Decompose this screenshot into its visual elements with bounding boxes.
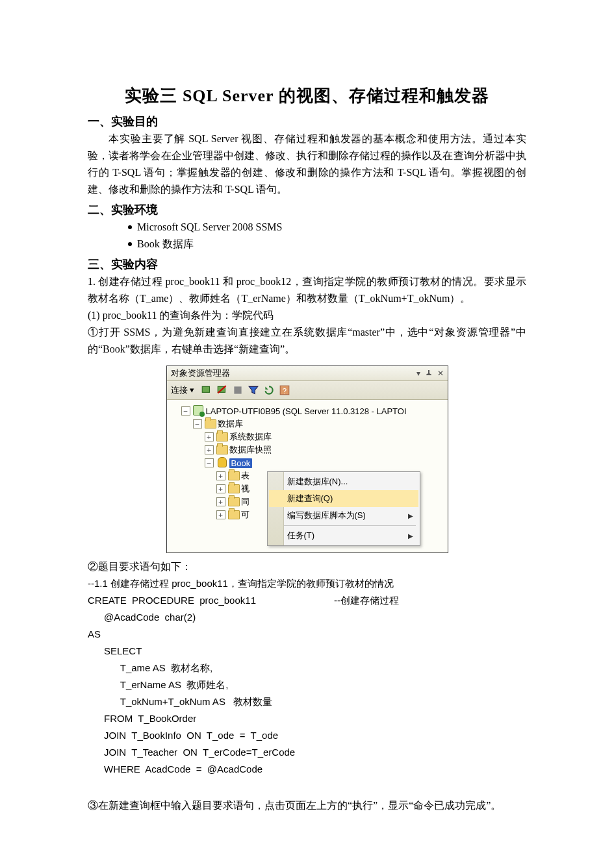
bullet-icon xyxy=(128,242,132,246)
context-menu-label: 新建查询(Q) xyxy=(287,493,333,504)
system-databases-node[interactable]: + 系统数据库 xyxy=(205,431,445,443)
database-icon xyxy=(218,457,227,467)
context-menu-label: 新建数据库(N)... xyxy=(287,476,348,488)
collapse-icon[interactable]: − xyxy=(205,458,214,467)
chevron-right-icon: ▶ xyxy=(408,512,413,519)
context-menu: 新建数据库(N)... 新建查询(Q) 编写数据库脚本为(S) ▶ 任务(T) … xyxy=(267,471,420,546)
snapshot-label: 数据库快照 xyxy=(229,444,272,456)
post-shot-p2: ③在新建查询框中输入题目要求语句，点击页面左上方的“执行”，显示“命令已成功完成… xyxy=(88,797,526,814)
context-menu-item-script-as[interactable]: 编写数据库脚本为(S) ▶ xyxy=(269,507,418,524)
section-3-p3: ①打开 SSMS，为避免新建查询直接建立在系统数据库“master”中，选中“对… xyxy=(88,324,526,358)
object-explorer-tree: − LAPTOP-UTFI0B95 (SQL Server 11.0.3128 … xyxy=(167,400,448,552)
code-line: @AcadCode char(2) xyxy=(88,609,526,626)
section-3-p1: 1. 创建存储过程 proc_book11 和 proc_book12，查询指定… xyxy=(88,273,526,307)
book-database-node[interactable]: − Book xyxy=(205,457,445,469)
code-line: --1.1 创建存储过程 proc_book11，查询指定学院的教师预订教材的情… xyxy=(88,575,526,592)
section-3-heading: 三、实验内容 xyxy=(88,256,526,272)
svg-rect-0 xyxy=(202,386,209,392)
databases-label: 数据库 xyxy=(218,418,243,430)
server-label: LAPTOP-UTFI0B95 (SQL Server 11.0.3128 - … xyxy=(206,406,407,416)
filter-icon[interactable] xyxy=(248,384,259,396)
book-database-label: Book xyxy=(229,458,253,468)
context-menu-item-new-database[interactable]: 新建数据库(N)... xyxy=(269,473,418,490)
help-icon[interactable]: ? xyxy=(279,384,290,396)
dropdown-icon[interactable]: ▾ xyxy=(416,369,420,378)
env-item: Book 数据库 xyxy=(128,236,526,253)
env-item: Microsoft SQL Server 2008 SSMS xyxy=(128,219,526,236)
object-explorer-toolbar: 连接 ▾ ? xyxy=(167,381,448,400)
svg-text:?: ? xyxy=(283,387,287,395)
databases-node[interactable]: − 数据库 xyxy=(193,418,445,430)
collapse-icon[interactable]: − xyxy=(193,419,202,428)
context-menu-label: 任务(T) xyxy=(287,530,315,541)
context-menu-label: 编写数据库脚本为(S) xyxy=(287,510,366,521)
snapshot-node[interactable]: + 数据库快照 xyxy=(205,444,445,456)
server-node[interactable]: − LAPTOP-UTFI0B95 (SQL Server 11.0.3128 … xyxy=(181,405,445,417)
env-item-label: Microsoft SQL Server 2008 SSMS xyxy=(137,219,282,236)
code-line: JOIN T_BookInfo ON T_ode = T_ode xyxy=(88,727,526,744)
folder-icon xyxy=(216,432,228,441)
close-icon[interactable]: ✕ xyxy=(437,369,444,378)
object-explorer-titlebar: 对象资源管理器 ▾ ✕ xyxy=(167,366,448,381)
chevron-right-icon: ▶ xyxy=(408,532,413,539)
code-line: JOIN T_Teacher ON T_erCode=T_erCode xyxy=(88,744,526,761)
stop-icon[interactable] xyxy=(232,384,244,396)
code-line: CREATE PROCEDURE proc_book11--创建存储过程 xyxy=(88,592,526,609)
code-line: SELECT xyxy=(88,643,526,660)
page-title: 实验三 SQL Server 的视图、存储过程和触发器 xyxy=(88,84,526,107)
section-2-heading: 二、实验环境 xyxy=(88,202,526,217)
section-3-p2: (1) proc_book11 的查询条件为：学院代码 xyxy=(88,307,526,324)
post-shot-p1: ②题目要求语句如下： xyxy=(88,558,526,575)
ssms-screenshot: 对象资源管理器 ▾ ✕ 连接 ▾ ? − LAPTOP-U xyxy=(166,366,448,553)
expand-icon[interactable]: + xyxy=(205,432,214,441)
document-page: 实验三 SQL Server 的视图、存储过程和触发器 一、实验目的 本实验主要… xyxy=(0,0,614,868)
section-1-heading: 一、实验目的 xyxy=(88,114,526,129)
code-line: AS xyxy=(88,626,526,643)
object-explorer-title: 对象资源管理器 xyxy=(171,367,230,379)
context-menu-separator xyxy=(272,525,416,526)
collapse-icon[interactable]: − xyxy=(181,406,190,415)
code-line: WHERE AcadCode = @AcadCode xyxy=(88,761,526,778)
refresh-icon[interactable] xyxy=(263,384,275,396)
connect-label[interactable]: 连接 ▾ xyxy=(171,384,195,396)
server-icon xyxy=(193,405,203,415)
system-databases-label: 系统数据库 xyxy=(229,431,272,443)
pin-icon[interactable] xyxy=(426,370,432,377)
context-menu-item-tasks[interactable]: 任务(T) ▶ xyxy=(269,527,418,544)
disconnect-icon[interactable] xyxy=(216,384,228,396)
folder-icon xyxy=(216,445,228,454)
context-menu-item-new-query[interactable]: 新建查询(Q) xyxy=(269,490,418,507)
code-line: FROM T_BookOrder xyxy=(88,710,526,727)
bullet-icon xyxy=(128,225,132,229)
connect-icon[interactable] xyxy=(201,384,212,396)
code-line: T_okNum+T_okNum AS 教材数量 xyxy=(88,693,526,710)
env-item-label: Book 数据库 xyxy=(137,236,194,253)
section-1-paragraph: 本实验主要了解 SQL Server 视图、存储过程和触发器的基本概念和使用方法… xyxy=(88,130,526,198)
folder-icon xyxy=(205,419,216,428)
code-line: T_ame AS 教材名称, xyxy=(88,660,526,676)
expand-icon[interactable]: + xyxy=(205,445,214,454)
code-line: T_erName AS 教师姓名, xyxy=(88,676,526,693)
svg-rect-3 xyxy=(235,386,242,393)
